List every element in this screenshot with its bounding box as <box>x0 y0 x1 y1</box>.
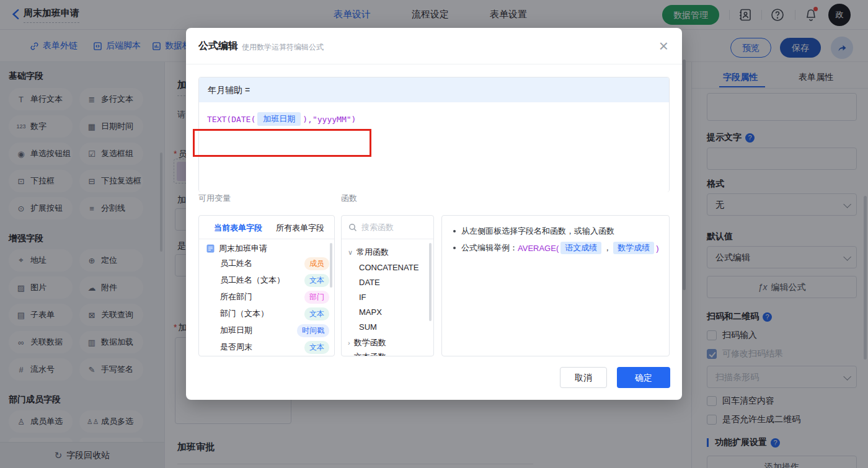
cancel-button[interactable]: 取消 <box>560 367 607 388</box>
modal-title: 公式编辑 <box>198 40 238 53</box>
function-search-placeholder: 搜索函数 <box>361 222 394 233</box>
modal-header: 公式编辑 使用数学运算符编辑公式 × <box>186 28 682 64</box>
variable-row[interactable]: 员工姓名成员 <box>220 256 329 271</box>
function-item[interactable]: IF <box>359 293 366 302</box>
chevron-right-icon: › <box>348 339 350 347</box>
app-screen: 周末加班申请 表单设计 流程设定 表单设置 数据管理 政 <box>0 0 868 468</box>
formula-editor-box: 年月辅助 = TEXT(DATE( 加班日期 ),"yyyyMM") <box>198 77 670 192</box>
function-item[interactable]: DATE <box>359 278 380 287</box>
variables-panel: 当前表单字段 所有表单字段 周末加班申请 员工姓名成员 员工姓名（文本）文本 所… <box>198 215 335 356</box>
function-item[interactable]: SUM <box>359 322 377 332</box>
field-type-badge: 文本 <box>304 341 329 354</box>
variable-row[interactable]: 员工姓名（文本）文本 <box>220 273 329 288</box>
formula-editor-modal: 公式编辑 使用数学运算符编辑公式 × 年月辅助 = TEXT(DATE( 加班日… <box>186 28 682 400</box>
function-group-math[interactable]: ›数学函数 <box>348 337 386 348</box>
modal-subtitle: 使用数学运算符编辑公式 <box>242 42 324 53</box>
chevron-down-icon: ∨ <box>348 249 353 256</box>
function-item[interactable]: MAPX <box>359 307 382 317</box>
field-type-badge: 成员 <box>304 257 329 270</box>
bullet-dot <box>453 247 456 249</box>
variables-tabs: 当前表单字段 所有表单字段 <box>199 216 334 239</box>
field-type-badge: 时间戳 <box>297 324 329 337</box>
help-bullet-1: 从左侧面板选择字段名和函数，或输入函数 <box>453 226 614 237</box>
confirm-button[interactable]: 确定 <box>617 367 670 388</box>
variables-tree-root[interactable]: 周末加班申请 <box>206 243 267 254</box>
bullet-dot <box>453 230 456 232</box>
help-bullet-2: 公式编辑举例： AVERAGE( 语文成绩 ， 数学成绩 ) <box>453 242 659 254</box>
formula-input-area[interactable]: TEXT(DATE( 加班日期 ),"yyyyMM") <box>199 102 669 192</box>
field-type-badge: 文本 <box>304 307 329 320</box>
function-group-text[interactable]: ›文本函数 <box>348 351 386 356</box>
example-field-chip: 数学成绩 <box>613 242 654 254</box>
formula-expression: TEXT(DATE( 加班日期 ),"yyyyMM") <box>207 112 356 126</box>
formula-target: 年月辅助 = <box>199 77 669 102</box>
function-search[interactable]: 搜索函数 <box>342 216 433 239</box>
variables-label: 可用变量 <box>198 193 231 204</box>
tab-all-form-fields[interactable]: 所有表单字段 <box>276 223 324 234</box>
variable-row[interactable]: 加班日期时间戳 <box>220 323 329 338</box>
example-field-chip: 语文成绩 <box>560 242 601 254</box>
variables-scrollbar[interactable] <box>330 243 332 288</box>
field-type-badge: 文本 <box>304 274 329 287</box>
functions-scrollbar[interactable] <box>429 243 432 321</box>
function-group-common[interactable]: ∨常用函数 <box>348 247 389 258</box>
close-icon[interactable]: × <box>659 35 668 56</box>
formula-field-chip[interactable]: 加班日期 <box>257 112 301 126</box>
variable-row[interactable]: 是否周末文本 <box>220 340 329 355</box>
formula-token-after: ),"yyyyMM") <box>303 115 356 124</box>
tab-current-form-fields[interactable]: 当前表单字段 <box>214 223 262 234</box>
chevron-right-icon: › <box>348 353 350 356</box>
variable-row[interactable]: 所在部门部门 <box>220 289 329 304</box>
search-icon <box>348 223 357 232</box>
annotation-highlight-box <box>193 129 371 157</box>
form-doc-icon <box>206 244 215 253</box>
function-item[interactable]: CONCATENATE <box>359 263 418 272</box>
formula-help-panel: 从左侧面板选择字段名和函数，或输入函数 公式编辑举例： AVERAGE( 语文成… <box>441 215 670 356</box>
variable-row[interactable]: 部门（文本）文本 <box>220 306 329 321</box>
functions-label: 函数 <box>341 193 357 204</box>
field-type-badge: 部门 <box>304 291 329 304</box>
formula-token-before: TEXT(DATE( <box>207 115 255 124</box>
functions-panel: 搜索函数 ∨常用函数 CONCATENATE DATE IF MAPX SUM … <box>341 215 434 356</box>
